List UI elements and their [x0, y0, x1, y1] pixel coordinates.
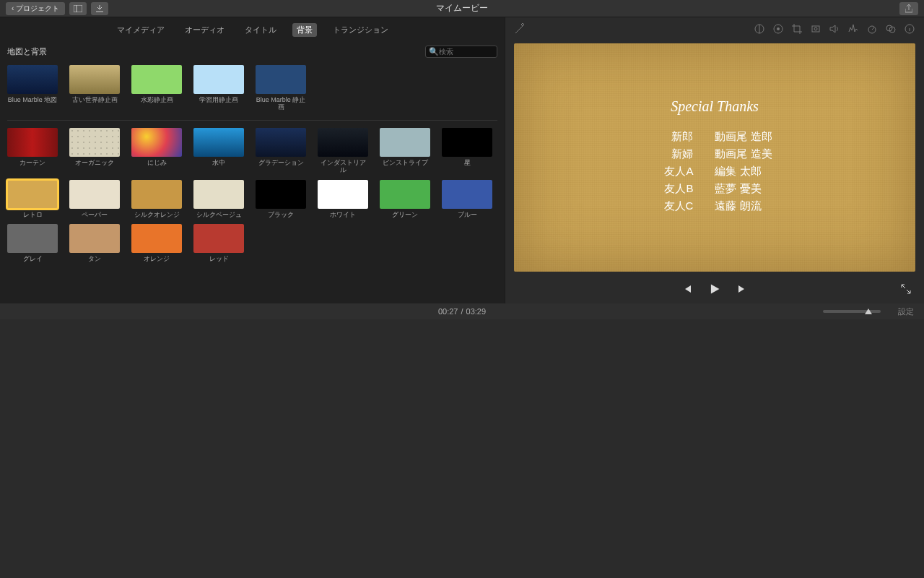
thumb-label: ペーパー: [69, 212, 120, 219]
thumb-label: Blue Marble 地図: [7, 97, 58, 104]
map-thumb[interactable]: 水彩静止画: [131, 65, 182, 111]
prev-button[interactable]: [682, 284, 692, 294]
background-thumb[interactable]: オーガニック: [69, 128, 120, 174]
background-thumb[interactable]: カーテン: [7, 128, 58, 174]
background-thumb[interactable]: シルクオレンジ: [131, 180, 182, 219]
fullscreen-button[interactable]: [901, 284, 911, 294]
credits-row: 友人B藍夢 憂美: [657, 182, 772, 196]
background-thumb[interactable]: レトロ: [7, 180, 58, 219]
media-browser: マイメディアオーディオタイトル背景トランジション 地図と背景 🔍 Blue Ma…: [0, 17, 505, 303]
thumb-label: 星: [442, 160, 492, 167]
color-wheel-icon[interactable]: [772, 23, 784, 35]
browser-tabs: マイメディアオーディオタイトル背景トランジション: [0, 17, 505, 43]
maps-section: Blue Marble 地図古い世界静止画水彩静止画学習用静止画Blue Mar…: [7, 65, 497, 121]
preview-viewport[interactable]: Special Thanks 新郎動画尾 造郎新婦動画尾 造美友人A編集 太郎友…: [514, 43, 915, 272]
map-thumb[interactable]: 学習用静止画: [193, 65, 244, 111]
credit-name: 編集 太郎: [715, 165, 761, 178]
credit-name: 遠藤 朗流: [715, 199, 761, 213]
background-thumb[interactable]: ホワイト: [318, 180, 368, 219]
map-thumb[interactable]: Blue Marble 静止画: [256, 65, 306, 111]
background-thumb[interactable]: ピンストライプ: [380, 128, 430, 174]
background-thumb[interactable]: ブラック: [256, 180, 306, 219]
credits-row: 友人A編集 太郎: [657, 165, 772, 178]
tab-オーディオ[interactable]: オーディオ: [180, 23, 229, 37]
background-thumb[interactable]: シルクベージュ: [193, 180, 244, 219]
svg-point-6: [814, 27, 817, 30]
credit-name: 動画尾 造郎: [715, 130, 772, 144]
background-thumb[interactable]: にじみ: [131, 128, 182, 174]
thumb-label: インダストリアル: [318, 160, 368, 174]
stabilize-icon[interactable]: [810, 23, 821, 35]
background-thumb[interactable]: タン: [69, 224, 120, 263]
thumb-label: 古い世界静止画: [69, 97, 120, 104]
credit-role: 新婦: [657, 147, 693, 161]
noise-reduction-icon[interactable]: [847, 23, 859, 35]
background-thumb[interactable]: グラデーション: [256, 128, 306, 174]
thumb-label: ピンストライプ: [380, 160, 430, 167]
thumb-label: 水中: [193, 160, 244, 167]
info-icon[interactable]: [904, 23, 915, 35]
tab-タイトル[interactable]: タイトル: [240, 23, 281, 37]
thumb-label: オレンジ: [131, 256, 182, 263]
credit-name: 藍夢 憂美: [715, 182, 761, 196]
thumb-label: ホワイト: [318, 212, 368, 219]
background-thumb[interactable]: インダストリアル: [318, 128, 368, 174]
thumb-label: グラデーション: [256, 160, 306, 167]
speed-icon[interactable]: [866, 23, 878, 35]
svg-rect-5: [812, 26, 819, 32]
total-time: 03:29: [466, 307, 487, 316]
thumb-label: ブラック: [256, 212, 306, 219]
color-balance-icon[interactable]: [754, 23, 765, 35]
credits-heading: Special Thanks: [671, 98, 759, 115]
zoom-slider[interactable]: [823, 310, 881, 313]
backgrounds-section: カーテンオーガニックにじみ水中グラデーションインダストリアルピンストライプ星レト…: [7, 128, 497, 272]
settings-button[interactable]: 設定: [898, 306, 914, 317]
tab-マイメディア[interactable]: マイメディア: [113, 23, 169, 37]
background-thumb[interactable]: 星: [442, 128, 492, 174]
project-title: マイムービー: [436, 2, 488, 14]
credits-row: 友人C遠藤 朗流: [657, 199, 772, 213]
thumb-label: 学習用静止画: [193, 97, 244, 104]
tab-背景[interactable]: 背景: [292, 23, 317, 37]
thumb-label: シルクオレンジ: [131, 212, 182, 219]
thumb-label: カーテン: [7, 160, 58, 167]
background-thumb[interactable]: グレイ: [7, 224, 58, 263]
credit-role: 新郎: [657, 130, 693, 144]
thumb-label: ブルー: [442, 212, 492, 219]
map-thumb[interactable]: 古い世界静止画: [69, 65, 120, 111]
map-thumb[interactable]: Blue Marble 地図: [7, 65, 58, 111]
credit-role: 友人A: [657, 165, 693, 178]
background-thumb[interactable]: レッド: [193, 224, 244, 263]
credits-row: 新郎動画尾 造郎: [657, 130, 772, 144]
background-thumb[interactable]: ペーパー: [69, 180, 120, 219]
background-thumb[interactable]: 水中: [193, 128, 244, 174]
preview-toolbar: [505, 17, 924, 40]
magic-wand-icon[interactable]: [514, 23, 526, 35]
background-thumb[interactable]: グリーン: [380, 180, 430, 219]
library-toggle-button[interactable]: [69, 2, 87, 15]
background-thumb[interactable]: ブルー: [442, 180, 492, 219]
back-button[interactable]: ‹ プロジェクト: [6, 2, 65, 15]
thumb-label: シルクベージュ: [193, 212, 244, 219]
share-button[interactable]: [899, 2, 918, 15]
tab-トランジション[interactable]: トランジション: [328, 23, 393, 37]
volume-icon[interactable]: [829, 23, 840, 35]
playback-controls: [505, 275, 924, 303]
thumb-label: レトロ: [7, 212, 58, 219]
next-button[interactable]: [737, 284, 747, 294]
import-button[interactable]: [91, 2, 108, 15]
thumb-label: 水彩静止画: [131, 97, 182, 104]
background-thumb[interactable]: オレンジ: [131, 224, 182, 263]
svg-rect-0: [74, 5, 82, 12]
thumb-label: レッド: [193, 256, 244, 263]
crop-icon[interactable]: [791, 23, 803, 35]
credits-row: 新婦動画尾 造美: [657, 147, 772, 161]
credit-name: 動画尾 造美: [715, 147, 772, 161]
play-button[interactable]: [708, 282, 721, 296]
thumb-label: グリーン: [380, 212, 430, 219]
titlebar: ‹ プロジェクト マイムービー: [0, 0, 924, 17]
filter-icon[interactable]: [885, 23, 897, 35]
thumb-label: オーガニック: [69, 160, 120, 167]
current-time: 00:27: [438, 307, 458, 316]
credit-role: 友人C: [657, 199, 693, 213]
